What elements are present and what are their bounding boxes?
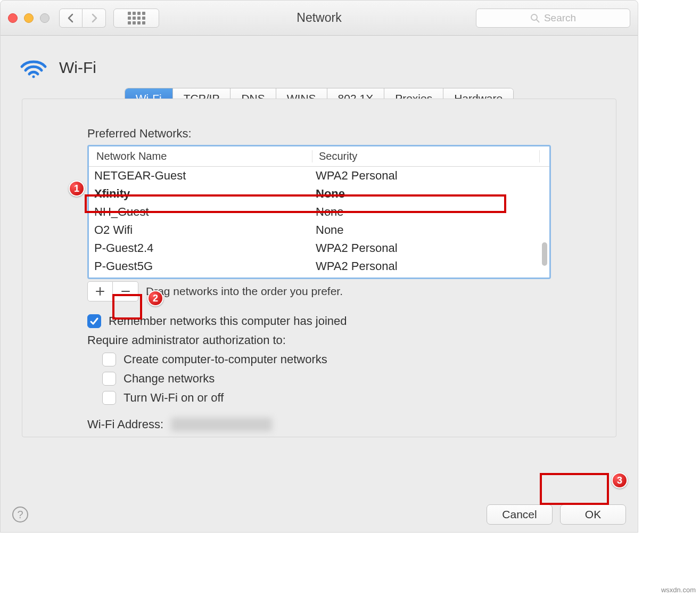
column-network-name[interactable]: Network Name <box>89 150 312 162</box>
show-all-button[interactable] <box>113 9 159 28</box>
add-network-button[interactable] <box>87 281 113 301</box>
chevron-left-icon <box>67 13 75 23</box>
wifi-settings-panel: Preferred Networks: Network Name Securit… <box>22 99 616 437</box>
search-icon <box>530 13 540 23</box>
toggle-wifi-label: Turn Wi-Fi on or off <box>123 391 224 405</box>
annotation-badge-2: 2 <box>147 290 163 306</box>
drag-hint-label: Drag networks into the order you prefer. <box>146 285 343 298</box>
column-security[interactable]: Security <box>312 150 540 162</box>
change-networks-checkbox[interactable] <box>102 372 116 386</box>
checkmark-icon <box>89 316 99 326</box>
remember-networks-label: Remember networks this computer has join… <box>109 314 347 328</box>
annotation-rect-3 <box>540 473 609 505</box>
cancel-button[interactable]: Cancel <box>487 504 553 525</box>
toggle-wifi-checkbox[interactable] <box>102 391 116 405</box>
remember-networks-checkbox[interactable] <box>87 314 101 328</box>
close-window-button[interactable] <box>8 13 18 23</box>
svg-line-1 <box>537 20 539 22</box>
change-networks-label: Change networks <box>123 372 215 386</box>
back-button[interactable] <box>59 9 83 28</box>
zoom-window-button[interactable] <box>40 13 50 23</box>
require-admin-label: Require administrator authorization to: <box>87 333 551 347</box>
table-row[interactable]: P-Guest5GWPA2 Personal <box>89 257 549 275</box>
nav-buttons <box>59 9 106 28</box>
plus-icon <box>95 287 105 296</box>
annotation-badge-3: 3 <box>612 472 628 488</box>
dialog-footer: ? Cancel OK <box>1 504 638 525</box>
minimize-window-button[interactable] <box>24 13 34 23</box>
pane-title: Wi-Fi <box>59 59 96 77</box>
svg-point-2 <box>32 76 35 78</box>
table-row[interactable]: O2 WifiNone <box>89 221 549 239</box>
ok-button[interactable]: OK <box>560 504 626 525</box>
forward-button[interactable] <box>83 9 106 28</box>
help-button[interactable]: ? <box>12 507 28 522</box>
search-field[interactable]: Search <box>476 9 630 28</box>
wifi-address-value-blurred <box>171 418 272 431</box>
wifi-address-row: Wi-Fi Address: <box>87 418 551 431</box>
table-row[interactable]: P-Guest2.4WPA2 Personal <box>89 239 549 257</box>
annotation-badge-1: 1 <box>69 181 85 197</box>
chevron-right-icon <box>90 13 98 23</box>
scrollbar-thumb[interactable] <box>542 242 547 266</box>
annotation-rect-2 <box>112 294 142 320</box>
c2c-checkbox[interactable] <box>102 353 116 366</box>
c2c-label: Create computer-to-computer networks <box>123 353 327 366</box>
table-rows[interactable]: NETGEAR-GuestWPA2 Personal XfinityNone N… <box>89 167 549 279</box>
network-preferences-window: Network Search Wi-Fi Wi-Fi TCP/IP DNS WI… <box>0 0 638 533</box>
pane-header: Wi-Fi <box>1 36 638 88</box>
annotation-rect-1 <box>85 194 506 213</box>
window-controls <box>8 13 50 23</box>
search-placeholder: Search <box>544 12 576 24</box>
source-watermark: wsxdn.com <box>661 586 696 594</box>
grid-icon <box>128 12 145 25</box>
preferred-networks-label: Preferred Networks: <box>87 127 551 141</box>
remember-networks-row: Remember networks this computer has join… <box>87 314 551 328</box>
wifi-icon <box>20 57 47 78</box>
table-header: Network Name Security <box>89 146 549 167</box>
table-row[interactable]: NETGEAR-GuestWPA2 Personal <box>89 167 549 185</box>
wifi-address-label: Wi-Fi Address: <box>87 418 163 431</box>
window-toolbar: Network Search <box>1 1 638 36</box>
